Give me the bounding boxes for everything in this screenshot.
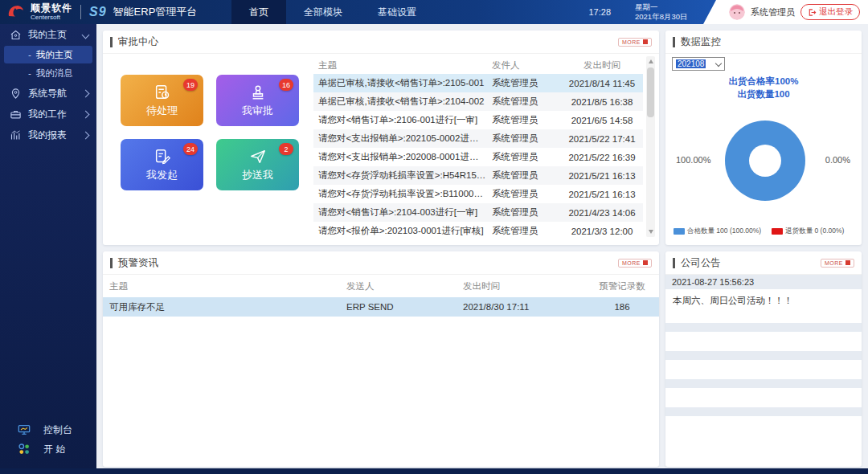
announcement-timestamp[interactable]: 2021-08-27 15:56:23 <box>665 275 862 289</box>
announcement-empty-slot <box>665 379 862 388</box>
legend-swatch-blue <box>674 228 685 235</box>
alert-row[interactable]: 可用库存不足 ERP SEND 2021/8/30 17:11 186 <box>103 297 659 317</box>
user-avatar[interactable] <box>729 4 745 20</box>
clock-date: 星期一 2021年8月30日 <box>635 2 687 22</box>
clock-time: 17:28 <box>563 0 611 24</box>
tab-basic-settings[interactable]: 基础设置 <box>360 0 434 24</box>
sidebar-item-label: 系统导航 <box>28 87 67 100</box>
data-monitor-panel: 数据监控 202108 出货合格率100% 出货数量100 100.00% 0.… <box>665 31 862 245</box>
announcement-text[interactable]: 本周六、周日公司活动！！！ <box>665 289 862 323</box>
sidebar-item-label: 我的报表 <box>28 129 67 142</box>
approval-sender: 系统管理员 <box>487 206 561 219</box>
more-label: MORE <box>622 39 641 45</box>
approval-sent-time: 2021/5/21 16:13 <box>561 171 643 181</box>
approval-scrollbar[interactable] <box>646 56 655 237</box>
alert-sent-time: 2021/8/30 17:11 <box>457 302 585 312</box>
scroll-down-icon[interactable] <box>649 230 653 234</box>
legend-qualified-label: 合格数量 100 (100.00%) <box>687 227 761 236</box>
panel-accent-bar <box>673 258 675 268</box>
approval-sender: 系统管理员 <box>487 96 561 108</box>
card-label: 我发起 <box>146 168 178 182</box>
sidebar-item-system-nav[interactable]: 系统导航 <box>0 83 96 104</box>
announcement-empty-slot <box>665 323 862 332</box>
logout-button[interactable]: 退出登录 <box>800 4 860 20</box>
approval-row[interactable]: 请您对<存货浮动耗损率设置>:B11000001进行[审核] 系统管理员 202… <box>313 185 643 203</box>
alerts-more-button[interactable]: MORE <box>618 259 652 268</box>
approval-panel-title: 审批中心 <box>118 35 158 49</box>
more-label: MORE <box>622 260 641 266</box>
more-grid-icon <box>845 260 850 265</box>
col-sender: 发送人 <box>340 280 457 292</box>
panel-accent-bar <box>110 37 113 47</box>
approval-sent-time: 2021/3/3 12:00 <box>561 227 643 236</box>
product-logo: S9 <box>89 5 107 19</box>
scroll-thumb[interactable] <box>647 67 654 117</box>
home-icon <box>10 29 22 41</box>
sidebar-item-my-work[interactable]: 我的工作 <box>0 104 96 125</box>
start-icon <box>18 443 31 456</box>
announcements-more-button[interactable]: MORE <box>821 259 854 268</box>
approval-sent-time: 2021/6/5 14:58 <box>561 116 643 125</box>
approval-sender: 系统管理员 <box>487 77 561 89</box>
console-icon <box>18 424 31 435</box>
sidebar-item-my-home[interactable]: 我的主页 <box>0 24 96 45</box>
approval-sent-time: 2021/5/22 16:39 <box>561 153 643 162</box>
approval-row[interactable]: 请您对<存货浮动耗损率设置>:H54R15006002进行[审核] 系统管理员 … <box>313 166 643 185</box>
approval-row[interactable]: 单据已审核,请接收<销售订单>:2104-002 系统管理员 2021/8/5 … <box>313 92 643 111</box>
more-grid-icon <box>643 260 648 265</box>
company-name-cn: 顺景软件 <box>31 3 72 13</box>
card-initiated-by-me[interactable]: 24 我发起 <box>121 139 203 190</box>
col-sender: 发件人 <box>487 59 561 72</box>
approval-sender: 系统管理员 <box>487 133 561 145</box>
tab-all-modules[interactable]: 全部模块 <box>286 0 360 24</box>
approval-row[interactable]: 请您对<销售订单>:2106-001进行[一审] 系统管理员 2021/6/5 … <box>313 111 643 129</box>
company-name: 顺景软件 Centersoft <box>31 3 72 21</box>
sidebar-item-label: 我的工作 <box>28 108 67 121</box>
approval-sender: 系统管理员 <box>487 188 561 200</box>
alerts-table-header: 主题 发送人 发出时间 预警记录数 <box>103 275 659 297</box>
sidebar-item-my-reports[interactable]: 我的报表 <box>0 125 96 145</box>
logout-icon <box>808 8 817 17</box>
chart-icon <box>10 129 22 141</box>
approval-more-button[interactable]: MORE <box>618 38 652 47</box>
scroll-up-icon[interactable] <box>649 59 653 63</box>
approval-row[interactable]: 单据已审核,请接收<销售订单>:2105-001 系统管理员 2021/8/14… <box>313 74 643 92</box>
sidebar-subitem-my-home[interactable]: 我的主页 <box>4 46 92 63</box>
approval-subject: 单据已审核,请接收<销售订单>:2105-001 <box>313 77 487 89</box>
approval-sender: 系统管理员 <box>487 151 561 163</box>
col-subject: 主题 <box>103 280 340 292</box>
approval-sent-time: 2021/4/23 14:06 <box>561 208 643 218</box>
sidebar-subitem-my-messages[interactable]: 我的消息 <box>4 64 92 82</box>
sidebar-subitem-label: 我的主页 <box>36 49 73 61</box>
pass-rate-text: 出货合格率100% <box>665 76 862 88</box>
main-nav: 首页 全部模块 基础设置 <box>231 0 434 24</box>
my-approvals-count-badge: 16 <box>279 79 293 91</box>
card-my-approvals[interactable]: 16 我审批 <box>216 75 299 126</box>
console-button[interactable]: 控制台 <box>0 420 96 439</box>
approval-table: 主题 发件人 发出时间 单据已审核,请接收<销售订单>:2105-001 系统管… <box>313 56 643 240</box>
brand-area: 顺景软件 Centersoft S9 智能ERP管理平台 <box>6 0 197 24</box>
approval-row[interactable]: 请您对<支出报销单>:202008-0001进行[审核] 系统管理员 2021/… <box>313 148 643 166</box>
more-grid-icon <box>643 39 648 44</box>
alerts-panel: 预警资讯 MORE 主题 发送人 发出时间 预警记录数 可用库存不足 ERP S… <box>103 251 659 467</box>
start-button[interactable]: 开 始 <box>0 439 96 459</box>
user-name: 系统管理员 <box>751 6 795 18</box>
approval-row[interactable]: 请您对<销售订单>:2104-003进行[一审] 系统管理员 2021/4/23… <box>313 203 643 222</box>
panel-accent-bar <box>673 37 675 47</box>
legend-qualified: 合格数量 100 (100.00%) <box>674 227 761 236</box>
period-select[interactable]: 202108 <box>672 57 725 71</box>
paper-plane-icon <box>249 148 267 165</box>
approval-sent-time: 2021/5/22 17:41 <box>561 134 643 144</box>
alerts-panel-title: 预警资讯 <box>118 256 158 270</box>
approval-row[interactable]: 请您对<报价单>:202103-0001进行[审核] 系统管理员 2021/3/… <box>313 222 643 240</box>
more-label: MORE <box>825 260 843 266</box>
chevron-down-icon <box>715 59 722 66</box>
card-cc-to-me[interactable]: 2 抄送我 <box>216 139 299 190</box>
card-pending[interactable]: 19 待处理 <box>121 75 203 126</box>
card-label: 抄送我 <box>242 168 273 182</box>
approval-row[interactable]: 请您对<支出报销单>:202105-0002进行[审核] 系统管理员 2021/… <box>313 129 643 148</box>
donut-left-label: 100.00% <box>676 155 710 165</box>
company-name-en: Centersoft <box>31 14 72 21</box>
approval-panel-header: 审批中心 MORE <box>103 31 659 54</box>
tab-home[interactable]: 首页 <box>231 0 286 24</box>
